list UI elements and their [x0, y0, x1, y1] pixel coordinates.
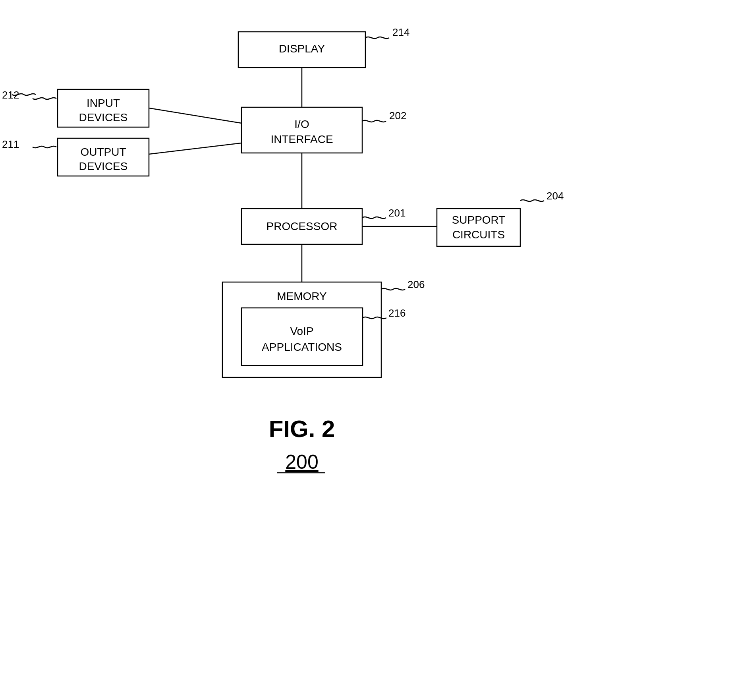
input-devices-ref: 212	[2, 89, 19, 101]
io-interface-label-line1: I/O	[294, 118, 309, 130]
voip-applications-ref: 216	[388, 307, 405, 319]
display-label: DISPLAY	[279, 43, 325, 55]
io-interface-label-line2: INTERFACE	[270, 133, 333, 145]
memory-ref: 206	[407, 278, 425, 290]
figure-title: FIG. 2	[269, 416, 335, 442]
svg-line-2	[149, 143, 241, 154]
input-devices-label-line2: DEVICES	[79, 111, 128, 124]
figure-number: 200	[285, 451, 318, 473]
support-circuits-label-line1: SUPPORT	[452, 214, 506, 226]
output-devices-ref: 211	[2, 138, 19, 150]
input-devices-label-line1: INPUT	[87, 97, 120, 109]
svg-line-1	[149, 108, 241, 123]
display-ref: 214	[392, 26, 409, 38]
processor-ref: 201	[388, 207, 405, 219]
diagram-container: DISPLAY 214 I/O INTERFACE 202 INPUT DEVI…	[0, 0, 755, 700]
output-devices-label-line2: DEVICES	[79, 160, 128, 172]
output-devices-label-line1: OUTPUT	[80, 146, 126, 158]
processor-label: PROCESSOR	[266, 220, 338, 232]
voip-applications-label-line2: APPLICATIONS	[262, 341, 342, 353]
io-ref: 202	[389, 110, 406, 122]
support-circuits-ref: 204	[546, 190, 564, 202]
support-circuits-label-line2: CIRCUITS	[452, 228, 505, 241]
memory-label: MEMORY	[277, 290, 327, 302]
voip-applications-label-line1: VoIP	[290, 325, 313, 337]
